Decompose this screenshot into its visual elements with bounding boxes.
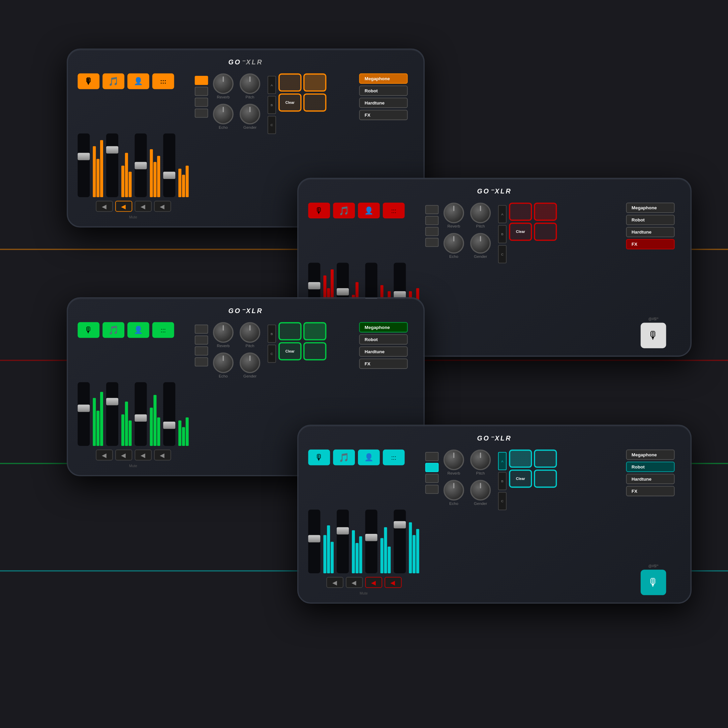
fx-fx-red[interactable]: FX [626,239,675,249]
meter-4-orange [178,133,189,197]
fader-knob-4-orange[interactable] [163,171,175,179]
device-orange-logo: GO⁻XLR [228,58,263,66]
knob-pitch-label-orange: Pitch [246,95,254,99]
abc-a-orange: A [268,76,276,94]
fx-enable-2-orange[interactable] [195,87,208,96]
fx-robot-cyan[interactable]: Robot [626,462,675,472]
faders-meters-orange [78,93,188,197]
knob-reverb-label-orange: Reverb [217,95,230,99]
device-cyan-logo: GO⁻XLR [477,434,512,442]
fx-megaphone-cyan[interactable]: Megaphone [626,450,675,460]
meter-1-orange [93,133,103,197]
pad-3-red[interactable]: Clear [509,223,532,241]
ch-btn-music-red[interactable]: 🎵 [333,203,355,219]
fader-col-3-orange [135,133,147,197]
channel-buttons-red: 🎙 🎵 👤 ::: [308,203,419,219]
fader-slot-4-orange[interactable] [163,133,175,197]
device-cyan: GO⁻XLR 🎙 🎵 👤 ::: [297,425,691,604]
pad-1-orange[interactable] [278,73,301,92]
ch-btn-mic-orange[interactable]: 🎙 [78,73,99,89]
fader-col-4-orange [163,133,175,197]
pad-4-orange[interactable] [303,93,326,112]
mute-btn-red[interactable]: 🎙 [641,323,666,349]
ch-btn-sys-orange[interactable]: ::: [152,73,174,89]
fader-knob-1-orange[interactable] [78,153,90,160]
meter-3-orange [150,133,161,197]
knob-gender-orange: Gender [240,104,260,129]
knob-gender-label-orange: Gender [243,125,257,129]
knobs-section-orange: Reverb Pitch Echo [213,73,260,219]
fx-fx-green[interactable]: FX [359,359,408,369]
fx-fx-cyan[interactable]: FX [626,486,675,497]
device-cyan-left: 🎙 🎵 👤 ::: [308,450,419,595]
abc-c-orange: C [268,116,276,134]
ch-btn-chat-orange[interactable]: 👤 [127,73,149,89]
device-orange-left: 🎙 🎵 👤 ::: [78,73,188,219]
mute-section-red: @#$!* 🎙 [626,317,681,348]
fx-enable-4-orange[interactable] [195,109,208,118]
fx-robot-red[interactable]: Robot [626,215,675,225]
arrow-btn-1-orange[interactable]: ◀ [96,201,113,212]
meter-2-orange [121,133,132,197]
pad-2-red[interactable] [534,203,557,221]
fx-hardtune-red[interactable]: Hardtune [626,227,675,237]
arrow-btn-3-orange[interactable]: ◀ [135,201,151,212]
fx-enable-col-orange [195,73,208,219]
fx-megaphone-orange[interactable]: Megaphone [359,73,408,84]
fx-hardtune-cyan[interactable]: Hardtune [626,474,675,484]
arrows-orange: ◀ ◀ ◀ ◀ [78,201,188,212]
device-red-right: Megaphone Robot Hardtune FX @#$!* 🎙 [626,203,681,348]
ch-btn-music-orange[interactable]: 🎵 [102,73,124,89]
device-cyan-body: 🎙 🎵 👤 ::: [308,450,681,595]
fx-fx-orange[interactable]: FX [359,110,408,120]
device-cyan-mid: Reverb Pitch Echo Gender [425,450,620,595]
knob-reverb-orange: Reverb [213,73,234,99]
fader-knob-3-orange[interactable] [135,162,147,170]
ch-btn-mic-red[interactable]: 🎙 [308,203,330,219]
fx-megaphone-green[interactable]: Megaphone [359,322,408,333]
arrow-btn-4-orange[interactable]: ◀ [154,201,171,212]
knob-echo-orange: Echo [213,104,234,129]
fx-robot-green[interactable]: Robot [359,334,408,345]
fader-col-1-orange [78,133,90,197]
label-mute-orange: Mute [78,216,188,219]
channel-buttons-orange: 🎙 🎵 👤 ::: [78,73,188,89]
device-green-logo: GO⁻XLR [228,307,263,315]
pad-3-orange[interactable]: Clear [278,93,301,112]
device-green-left: 🎙 🎵 👤 ::: [78,322,188,468]
fx-hardtune-orange[interactable]: Hardtune [359,98,408,108]
fader-col-2-orange [106,133,118,197]
device-red-mid: Reverb Pitch Echo Gender [425,203,620,348]
device-cyan-right: Megaphone Robot Hardtune FX @#$!* 🎙 [626,450,681,595]
arrow-btn-2-orange[interactable]: ◀ [115,201,132,212]
fx-enable-1-orange[interactable] [195,76,208,85]
knob-row-2-orange: Echo Gender [213,104,260,129]
abc-b-orange: B [268,96,276,114]
fader-slot-2-orange[interactable] [106,133,118,197]
fx-megaphone-red[interactable]: Megaphone [626,203,675,213]
device-red-logo: GO⁻XLR [477,187,512,195]
ch-btn-chat-red[interactable]: 👤 [358,203,380,219]
fx-enable-3-orange[interactable] [195,98,208,107]
fader-slot-3-orange[interactable] [135,133,147,197]
pad-2-orange[interactable] [303,73,326,92]
fx-names-orange: Megaphone Robot Hardtune FX [359,73,414,120]
knob-echo-label-orange: Echo [219,125,228,129]
fx-robot-orange[interactable]: Robot [359,86,408,96]
mute-btn-cyan[interactable]: 🎙 [641,570,666,595]
ch-btn-sys-red[interactable]: ::: [383,203,405,219]
knob-row-1-orange: Reverb Pitch [213,73,260,99]
fx-hardtune-green[interactable]: Hardtune [359,346,408,357]
mute-section-cyan: @#$!* 🎙 [626,564,681,595]
pad-4-red[interactable] [534,223,557,241]
fader-knob-2-orange[interactable] [106,146,118,154]
pad-1-red[interactable] [509,203,532,221]
fader-slot-1-orange[interactable] [78,133,90,197]
knob-pitch-orange: Pitch [240,73,260,99]
